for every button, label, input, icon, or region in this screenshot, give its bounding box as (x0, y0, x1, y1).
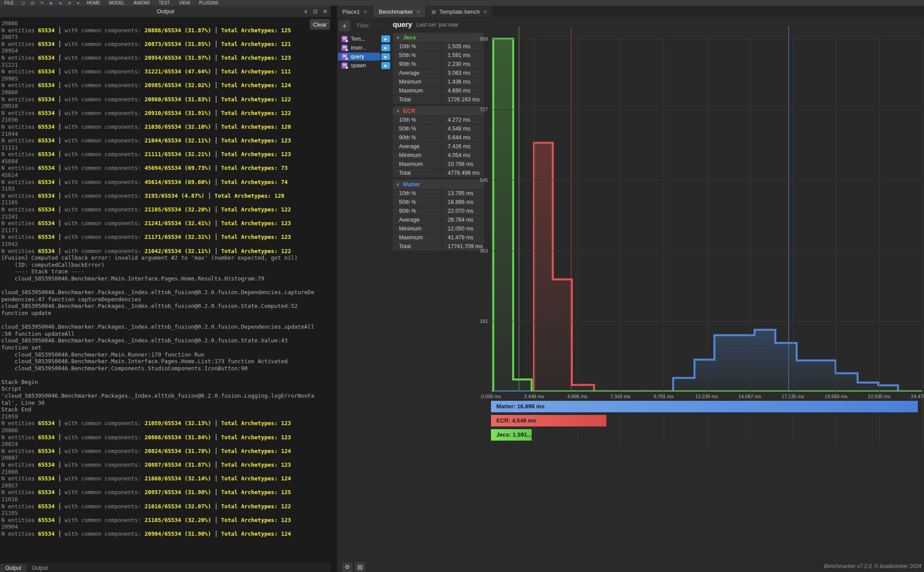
console-line: N entities 65534 ┃ with common component… (1, 137, 331, 144)
stat-value: 12.050 ms (442, 225, 484, 233)
stop-icon[interactable]: ■ (56, 1, 65, 5)
stat-label: Minimum (393, 151, 441, 160)
play-icon[interactable]: ▶ (47, 1, 56, 5)
stat-value: 13.795 ms (442, 189, 484, 198)
list-item-Tem[interactable]: Tem...▶ (338, 35, 380, 43)
stat-label: Average (393, 142, 441, 151)
stat-row: 10th %1.505 ms (393, 42, 484, 51)
output-tab[interactable]: Output (27, 564, 53, 572)
list-item-spawn[interactable]: spawn▶ (338, 61, 380, 69)
console-line: function set (1, 344, 331, 351)
close-icon[interactable]: ✕ (416, 9, 420, 14)
menu-item-avatar[interactable]: AVATAR (129, 0, 154, 5)
menu-item-home[interactable]: HOME (82, 0, 104, 5)
filter-input[interactable] (353, 20, 387, 31)
console-line: pendencies:47 function captureDependenci… (1, 296, 331, 303)
console-line: N entities 65534 ┃ with common component… (1, 220, 331, 227)
main-toolbar: FILE ◻ ⊡ ↷ ▶ ■ ↺ ▾ HOMEMODELAVATARTESTVI… (0, 0, 924, 6)
dropdown-icon[interactable]: ▾ (74, 1, 83, 5)
menu-item-test[interactable]: TEST (154, 0, 175, 5)
stat-value: 4.548 ms (442, 125, 484, 133)
console-line: N entities 65534 ┃ with common component… (1, 54, 331, 61)
close-icon[interactable]: ✕ (364, 9, 367, 14)
stat-value: 22.070 ms (442, 207, 484, 215)
list-item-query[interactable]: query▶ (338, 53, 380, 61)
console-line: N entities 65534 ┃ with common component… (1, 68, 331, 75)
settings-button[interactable]: ⚙ (342, 562, 353, 572)
console-line: N entities 65534 ┃ with common component… (1, 420, 331, 427)
tab-benchmarker[interactable]: Benchmarker✕ (373, 6, 426, 17)
docs-button[interactable]: ▤ (355, 562, 365, 572)
x-axis-tick-label: 12.239 ms (689, 393, 725, 399)
horizontal-gridline (491, 180, 922, 180)
vertical-gridline (491, 38, 491, 446)
vertical-gridline (577, 38, 578, 446)
script-icon (341, 62, 348, 69)
console-line: 20910 (1, 103, 331, 110)
file-menu[interactable]: FILE (0, 0, 18, 5)
horizontal-gridline (491, 109, 922, 110)
stat-value: 1.505 ms (442, 42, 484, 51)
stat-value: 16.896 ms (442, 198, 484, 207)
stat-label: Total (393, 242, 441, 251)
script-icon (341, 54, 348, 60)
console-line (1, 282, 331, 289)
run-benchmark-button[interactable]: ▶ (381, 53, 390, 60)
stat-row: 90th %5.644 ms (393, 134, 484, 142)
script-icon (341, 36, 348, 42)
undo-icon[interactable]: ↺ (65, 1, 74, 5)
clipboard-icon[interactable]: ◻ (18, 1, 27, 5)
stat-row: Minimum4.054 ms (393, 151, 484, 160)
x-axis-tick-label: 24.478 ms (905, 393, 924, 399)
console-line: tal', Line 30 (1, 399, 331, 407)
legend-bar-jecs[interactable]: Jecs: 1.591... (491, 429, 532, 441)
last-run-label: Last run: just now (417, 22, 458, 28)
tab-place1[interactable]: Place1✕ (337, 6, 372, 17)
run-benchmark-button[interactable]: ▶ (381, 62, 390, 69)
run-benchmark-button[interactable]: ▶ (381, 44, 390, 51)
stat-row: Total4778.496 ms (393, 169, 484, 177)
console-line: 31221 (1, 61, 331, 69)
redo-icon[interactable]: ↷ (37, 1, 47, 5)
menu-item-plugins[interactable]: PLUGINS (195, 0, 223, 5)
x-axis-tick-label: 4.896 ms (560, 393, 595, 399)
x-axis-tick-label: 9.791 ms (646, 393, 681, 399)
console-line: ---- Stack trace ---- (1, 268, 331, 275)
console-line: 21044 (1, 131, 331, 138)
legend-bar-matter[interactable]: Matter: 16.896 ms (491, 401, 918, 412)
menu-bar: HOMEMODELAVATARTESTVIEWPLUGINS (82, 0, 223, 5)
console-lines[interactable]: 20886N entities 65534 ┃ with common comp… (0, 17, 331, 562)
close-icon[interactable]: ✕ (323, 8, 327, 15)
stat-row: Average7.426 ms (393, 142, 484, 151)
console-line: 20954 (1, 47, 331, 54)
stat-label: 50th % (393, 198, 441, 207)
chevron-down-icon[interactable]: ∨ (304, 8, 308, 15)
undock-icon[interactable]: ⊡ (313, 8, 318, 15)
add-benchmark-button[interactable]: + (339, 20, 350, 31)
console-line: 21241 (1, 213, 331, 220)
output-tab[interactable]: Output (0, 564, 27, 572)
console-line: 'cloud_5853950046.Benchmarker.Packages._… (1, 392, 331, 399)
console-line: 20860 (1, 89, 331, 96)
stat-row: Minimum1.436 ms (393, 78, 484, 86)
tab-label: Template.bench (439, 8, 480, 15)
list-item-inser[interactable]: inser...▶ (338, 44, 380, 52)
stats-panel: query Last run: just now ∨Jecs10th %1.50… (393, 19, 484, 251)
console-line: N entities 65534 ┃ with common component… (1, 517, 331, 524)
vertical-gridline (922, 38, 923, 446)
stat-row: Total1726.163 ms (393, 96, 484, 104)
close-icon[interactable]: ✕ (483, 9, 487, 14)
clear-output-button[interactable]: Clear (310, 19, 330, 30)
stats-sections: ∨Jecs10th %1.505 ms50th %1.591 ms90th %2… (393, 33, 484, 251)
legend-bar-ecr[interactable]: ECR: 4.548 ms (491, 415, 606, 426)
menu-item-model[interactable]: MODEL (104, 0, 129, 5)
vertical-gridline (750, 38, 750, 446)
menu-item-view[interactable]: VIEW (174, 0, 195, 5)
run-benchmark-button[interactable]: ▶ (381, 35, 390, 42)
x-axis-tick-label: 19.583 ms (818, 393, 854, 399)
stat-label: 10th % (393, 42, 441, 51)
tab-template.bench[interactable]: ▤Template.bench✕ (426, 6, 493, 17)
console-line: 20887 (1, 454, 331, 461)
section-name: Matter (403, 181, 420, 188)
dock-icon[interactable]: ⊡ (28, 1, 38, 5)
